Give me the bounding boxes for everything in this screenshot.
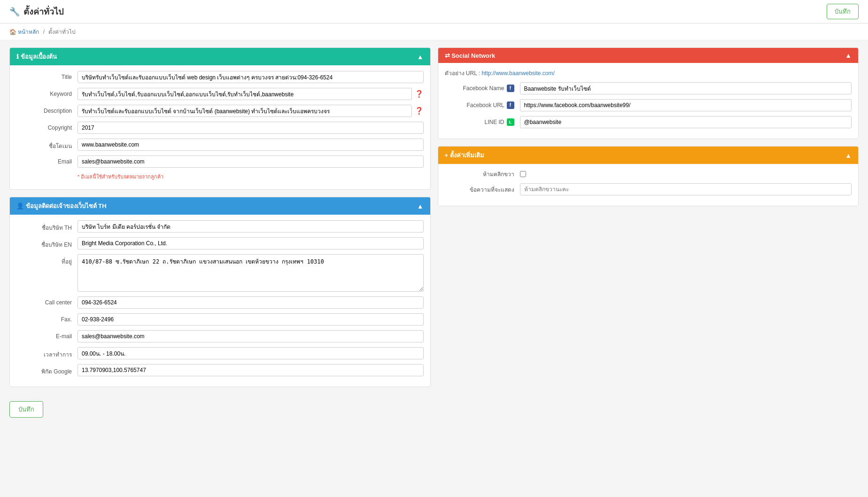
panel-social: ⇄ Social Network ▲ ตัวอย่าง URL : http:/…: [438, 47, 859, 139]
fb-name-input[interactable]: [520, 82, 852, 94]
facebook-url-icon: f: [507, 101, 514, 109]
save-button-bottom[interactable]: บันทึก: [9, 401, 43, 418]
company-th-row: ชื่อบริษัท TH: [16, 220, 424, 233]
email-label: Email: [16, 155, 78, 165]
google-label: พิกัด Google: [16, 364, 78, 376]
right-click-row: ห้ามคลิกขวา: [445, 170, 852, 179]
fax-label: Fax.: [16, 313, 78, 323]
keyword-row: Keyword ❓: [16, 88, 424, 100]
company-en-label: ชื่อบริษัท EN: [16, 237, 78, 249]
company-th-input[interactable]: [78, 220, 424, 233]
fb-name-label: Facebook Name f: [445, 85, 520, 92]
contact-email-label: E-mail: [16, 330, 78, 340]
line-icon: L: [507, 118, 514, 126]
email-input[interactable]: [78, 155, 424, 168]
panel-contact-toggle[interactable]: ▲: [417, 202, 424, 210]
panel-basic-info: ℹ ข้อมูลเบื้องต้น ▲ Title Keyword ❓: [9, 47, 431, 190]
right-click-label: ห้ามคลิกขวา: [445, 170, 520, 179]
description-row: Description ❓: [16, 105, 424, 117]
keyword-input[interactable]: [78, 88, 412, 100]
description-help-icon[interactable]: ❓: [415, 107, 424, 115]
description-label: Description: [16, 105, 78, 114]
google-row: พิกัด Google: [16, 364, 424, 376]
panel-social-body: ตัวอย่าง URL : http://www.baanwebsite.co…: [438, 63, 859, 139]
panel-basic-body: Title Keyword ❓ Description ❓: [10, 65, 430, 189]
panel-social-title: ⇄ Social Network: [445, 52, 496, 59]
address-textarea[interactable]: [78, 254, 424, 292]
fb-url-input[interactable]: [520, 99, 852, 111]
right-column: ⇄ Social Network ▲ ตัวอย่าง URL : http:/…: [438, 47, 859, 387]
info-icon: ℹ: [16, 53, 19, 60]
example-url-link[interactable]: http://www.baanwebsite.com/: [481, 70, 554, 77]
panel-contact-header: 👤 ข้อมูลติดต่อเจ้าของเว็บไซต์ TH ▲: [10, 197, 430, 215]
panel-extra-header: + ตั้งค่าเพิ่มเติม ▲: [438, 147, 859, 164]
panel-basic-toggle[interactable]: ▲: [417, 53, 424, 61]
panel-extra: + ตั้งค่าเพิ่มเติม ▲ ห้ามคลิกขวา ข้อความ…: [438, 146, 859, 206]
panel-basic-title: ℹ ข้อมูลเบื้องต้น: [16, 52, 57, 62]
message-row: ข้อความที่จะแสดง: [445, 183, 852, 195]
breadcrumb-current: ตั้งค่าทั่วไป: [48, 29, 76, 35]
share-icon: ⇄: [445, 52, 450, 59]
title-input[interactable]: [78, 71, 424, 83]
callcenter-row: Call center: [16, 296, 424, 309]
panel-extra-title: + ตั้งค่าเพิ่มเติม: [445, 150, 484, 160]
email-hint: * อีเมลนี้ใช้สำหรับรับจดหมายจากลูกค้า: [78, 172, 424, 181]
panel-social-header: ⇄ Social Network ▲: [438, 48, 859, 63]
panel-extra-toggle[interactable]: ▲: [845, 152, 852, 159]
panel-contact: 👤 ข้อมูลติดต่อเจ้าของเว็บไซต์ TH ▲ ชื่อบ…: [9, 197, 431, 387]
footer-bar: บันทึก: [0, 394, 868, 425]
panel-contact-body: ชื่อบริษัท TH ชื่อบริษัท EN ที่อยู่ Call…: [10, 215, 430, 387]
domain-label: ชื่อโดเมน: [16, 139, 78, 150]
line-id-input[interactable]: [520, 116, 852, 128]
top-bar: 🔧 ตั้งค่าทั่วไป บันทึก: [0, 0, 868, 23]
message-label: ข้อความที่จะแสดง: [445, 185, 520, 194]
fb-name-row: Facebook Name f: [445, 82, 852, 94]
callcenter-input[interactable]: [78, 296, 424, 309]
copyright-label: Copyright: [16, 122, 78, 131]
contact-email-row: E-mail: [16, 330, 424, 342]
gear-icon: 🔧: [9, 7, 20, 17]
address-label: ที่อยู่: [16, 254, 78, 266]
example-url-row: ตัวอย่าง URL : http://www.baanwebsite.co…: [445, 69, 852, 78]
page-title: 🔧 ตั้งค่าทั่วไป: [9, 5, 63, 18]
company-en-row: ชื่อบริษัท EN: [16, 237, 424, 249]
message-input[interactable]: [520, 183, 852, 195]
main-content: ℹ ข้อมูลเบื้องต้น ▲ Title Keyword ❓: [0, 40, 868, 394]
worktime-row: เวลาทำการ: [16, 347, 424, 359]
domain-input[interactable]: [78, 139, 424, 151]
title-label: Title: [16, 71, 78, 80]
line-id-row: LINE ID L: [445, 116, 852, 128]
breadcrumb: 🏠 หน้าหลัก / ตั้งค่าทั่วไป: [0, 23, 868, 40]
right-click-checkbox[interactable]: [520, 171, 526, 177]
keyword-label: Keyword: [16, 88, 78, 97]
panel-social-toggle[interactable]: ▲: [845, 52, 852, 59]
line-id-label: LINE ID L: [445, 118, 520, 126]
address-row: ที่อยู่: [16, 254, 424, 292]
title-row: Title: [16, 71, 424, 83]
panel-basic-header: ℹ ข้อมูลเบื้องต้น ▲: [10, 48, 430, 65]
home-icon: 🏠: [9, 29, 16, 35]
description-input[interactable]: [78, 105, 412, 117]
panel-contact-title: 👤 ข้อมูลติดต่อเจ้าของเว็บไซต์ TH: [16, 201, 107, 211]
email-row: Email: [16, 155, 424, 168]
copyright-row: Copyright: [16, 122, 424, 134]
breadcrumb-home[interactable]: หน้าหลัก: [18, 29, 39, 35]
facebook-icon: f: [507, 85, 514, 92]
panel-extra-body: ห้ามคลิกขวา ข้อความที่จะแสดง: [438, 164, 859, 206]
user-icon: 👤: [16, 202, 24, 210]
contact-email-input[interactable]: [78, 330, 424, 342]
company-en-input[interactable]: [78, 237, 424, 249]
copyright-input[interactable]: [78, 122, 424, 134]
worktime-input[interactable]: [78, 347, 424, 359]
fax-row: Fax.: [16, 313, 424, 326]
left-column: ℹ ข้อมูลเบื้องต้น ▲ Title Keyword ❓: [9, 47, 431, 387]
company-th-label: ชื่อบริษัท TH: [16, 220, 78, 232]
fb-url-row: Facebook URL f: [445, 99, 852, 111]
google-input[interactable]: [78, 364, 424, 376]
worktime-label: เวลาทำการ: [16, 347, 78, 359]
fax-input[interactable]: [78, 313, 424, 326]
example-url-label: ตัวอย่าง URL :: [445, 70, 482, 77]
keyword-help-icon[interactable]: ❓: [415, 90, 424, 98]
save-button-top[interactable]: บันทึก: [827, 4, 859, 19]
fb-url-label: Facebook URL f: [445, 101, 520, 109]
